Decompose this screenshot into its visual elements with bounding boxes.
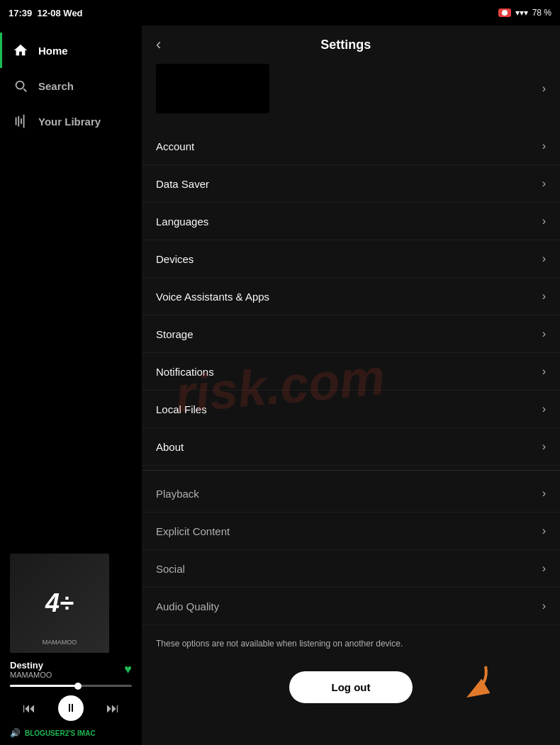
sidebar-item-library[interactable]: Your Library <box>0 103 142 139</box>
record-indicator <box>498 9 511 17</box>
main-content: ‹ Settings › Account › Data Saver › Lang… <box>142 26 560 745</box>
play-pause-button[interactable]: ⏸ <box>58 695 84 721</box>
devices-label: Devices <box>156 253 194 265</box>
device-name: BLOGUSER2'S IMAC <box>25 729 96 737</box>
settings-header: ‹ Settings <box>142 26 560 64</box>
profile-section[interactable]: › <box>142 64 560 121</box>
heart-icon[interactable]: ♥ <box>124 662 132 677</box>
status-bar: 17:39 12-08 Wed ▾▾▾ 78 % <box>0 0 560 26</box>
notifications-chevron-icon: › <box>542 365 546 378</box>
storage-label: Storage <box>156 328 194 340</box>
profile-chevron-icon: › <box>542 82 546 95</box>
sidebar-home-label: Home <box>38 45 68 57</box>
settings-item-audio-quality[interactable]: Audio Quality › <box>142 588 560 625</box>
sidebar-item-home[interactable]: Home <box>0 33 142 68</box>
album-artist-label: MAMAMOO <box>43 639 77 646</box>
storage-chevron-icon: › <box>542 327 546 340</box>
settings-item-languages[interactable]: Languages › <box>142 203 560 240</box>
languages-label: Languages <box>156 215 208 228</box>
track-info: Destiny MAMAMOO ♥ <box>10 660 132 679</box>
voice-assistants-label: Voice Assistants & Apps <box>156 291 269 303</box>
sidebar-item-search[interactable]: Search <box>0 68 142 103</box>
audio-quality-label: Audio Quality <box>156 600 219 612</box>
playback-chevron-icon: › <box>542 487 546 500</box>
app-container: Home Search Your Library 4÷ <box>0 26 560 745</box>
account-label: Account <box>156 140 194 152</box>
progress-fill <box>10 685 77 687</box>
arrow-indicator <box>450 663 493 705</box>
settings-item-storage[interactable]: Storage › <box>142 315 560 353</box>
device-info: 🔊 BLOGUSER2'S IMAC <box>10 724 132 741</box>
sidebar-library-label: Your Library <box>38 116 101 128</box>
explicit-content-label: Explicit Content <box>156 525 230 537</box>
settings-item-local-files[interactable]: Local Files › <box>142 391 560 428</box>
wifi-icon: ▾▾▾ <box>515 8 528 18</box>
sidebar-search-label: Search <box>38 80 74 92</box>
settings-item-account[interactable]: Account › <box>142 128 560 165</box>
status-icons: ▾▾▾ 78 % <box>498 8 551 18</box>
settings-item-social[interactable]: Social › <box>142 550 560 588</box>
progress-thumb <box>74 683 82 690</box>
settings-item-about[interactable]: About › <box>142 428 560 466</box>
settings-item-explicit-content[interactable]: Explicit Content › <box>142 512 560 550</box>
home-icon <box>13 43 28 58</box>
library-icon <box>13 113 28 129</box>
now-playing-bar: 4÷ MAMAMOO Destiny MAMAMOO ♥ ⏮ ⏸ ⏭ <box>0 547 142 745</box>
account-chevron-icon: › <box>542 140 546 152</box>
sidebar: Home Search Your Library 4÷ <box>0 26 142 745</box>
logout-section: Log out <box>142 664 560 724</box>
next-button[interactable]: ⏭ <box>103 698 122 719</box>
settings-item-playback[interactable]: Playback › <box>142 475 560 512</box>
profile-avatar <box>156 64 269 113</box>
speaker-icon: 🔊 <box>10 728 21 738</box>
data-saver-chevron-icon: › <box>542 177 546 190</box>
settings-item-voice-assistants[interactable]: Voice Assistants & Apps › <box>142 278 560 315</box>
back-button[interactable]: ‹ <box>156 35 161 54</box>
search-icon <box>13 78 28 94</box>
settings-item-devices[interactable]: Devices › <box>142 240 560 278</box>
settings-list: Account › Data Saver › Languages › Devic… <box>142 121 560 632</box>
playback-label: Playback <box>156 488 199 500</box>
progress-bar[interactable] <box>10 685 132 687</box>
explicit-content-chevron-icon: › <box>542 525 546 537</box>
languages-chevron-icon: › <box>542 215 546 228</box>
social-label: Social <box>156 563 185 575</box>
player-controls: ⏮ ⏸ ⏭ <box>10 693 132 724</box>
about-chevron-icon: › <box>542 440 546 453</box>
voice-assistants-chevron-icon: › <box>542 290 546 303</box>
settings-title: Settings <box>169 38 522 52</box>
about-label: About <box>156 441 184 453</box>
local-files-label: Local Files <box>156 403 207 415</box>
logout-button[interactable]: Log out <box>289 671 413 703</box>
status-time-date: 17:39 12-08 Wed <box>9 8 83 18</box>
track-artist: MAMAMOO <box>10 671 52 679</box>
battery-indicator: 78 % <box>532 8 551 18</box>
settings-item-notifications[interactable]: Notifications › <box>142 353 560 391</box>
settings-item-data-saver[interactable]: Data Saver › <box>142 165 560 203</box>
local-files-chevron-icon: › <box>542 403 546 415</box>
audio-quality-chevron-icon: › <box>542 600 546 612</box>
devices-chevron-icon: › <box>542 252 546 265</box>
track-name: Destiny <box>10 660 52 671</box>
notifications-label: Notifications <box>156 366 214 378</box>
album-art: 4÷ MAMAMOO <box>10 554 109 653</box>
album-number: 4÷ <box>45 588 74 618</box>
section-divider <box>142 470 560 471</box>
data-saver-label: Data Saver <box>156 178 209 190</box>
social-chevron-icon: › <box>542 562 546 575</box>
previous-button[interactable]: ⏮ <box>20 698 38 719</box>
note-text: These options are not available when lis… <box>142 632 560 664</box>
